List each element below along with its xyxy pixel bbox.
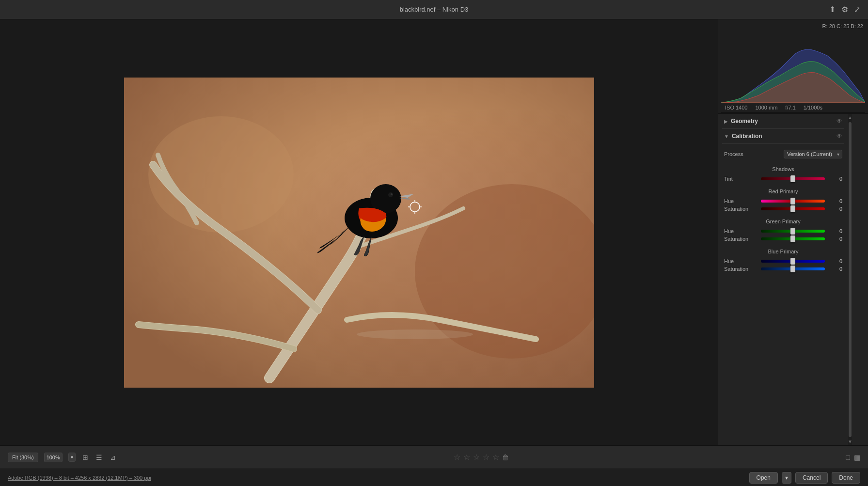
panel-scroll[interactable]: ▶ Geometry 👁 ▼ Calibration 👁 — [718, 114, 848, 445]
histogram-area: R: 28 C: 25 B: 22 ISO 1400 1000 mm f/7.1… — [718, 19, 868, 114]
star-5[interactable]: ☆ — [492, 453, 499, 462]
svg-point-13 — [357, 329, 473, 339]
zoom-100-button[interactable]: 100% — [44, 453, 63, 462]
filter-icon[interactable]: ⊿ — [109, 453, 117, 462]
calibration-body: Process Version 6 (Current) Shadows — [722, 144, 844, 281]
shutter-value: 1/1000s — [804, 105, 822, 110]
process-row: Process Version 6 (Current) — [722, 147, 844, 161]
shadows-title: Shadows — [722, 165, 844, 173]
right-panel-main: ▶ Geometry 👁 ▼ Calibration 👁 — [718, 114, 848, 445]
geometry-chevron: ▶ — [724, 119, 728, 124]
blue-primary-title: Blue Primary — [722, 248, 844, 255]
star-2[interactable]: ☆ — [463, 453, 470, 462]
blue-primary-group: Blue Primary Hue 0 — [722, 248, 844, 272]
red-hue-label: Hue — [724, 198, 758, 204]
green-hue-track[interactable] — [761, 230, 825, 233]
green-sat-row: Saturation 0 — [722, 236, 844, 242]
histogram-stats: R: 28 C: 25 B: 22 — [721, 22, 865, 30]
aperture-value: f/7.1 — [785, 105, 795, 110]
red-primary-group: Red Primary Hue 0 — [722, 188, 844, 212]
green-hue-thumb[interactable] — [790, 228, 795, 235]
grid-view-icon[interactable]: ⊞ — [81, 453, 89, 462]
scroll-thumb[interactable] — [849, 122, 852, 437]
title-bar: blackbird.nef – Nikon D3 ⬆ ⚙ ⤢ — [0, 0, 868, 19]
green-hue-value: 0 — [828, 228, 842, 234]
bottom-toolbar: Fit (30%) 100% ▾ ⊞ ☰ ⊿ ☆ ☆ ☆ ☆ ☆ 🗑 □ ▥ — [0, 445, 868, 469]
expand-icon[interactable]: ⤢ — [854, 5, 860, 14]
red-sat-thumb[interactable] — [790, 205, 795, 212]
green-primary-group: Green Primary Hue 0 — [722, 218, 844, 242]
star-4[interactable]: ☆ — [483, 453, 489, 462]
blue-hue-value: 0 — [828, 258, 842, 264]
open-button[interactable]: Open — [749, 472, 778, 484]
delete-icon[interactable]: 🗑 — [502, 454, 509, 461]
action-buttons: Open ▾ Cancel Done — [749, 472, 860, 484]
bird-photo — [124, 78, 594, 388]
status-text: Adobe RGB (1998) – 8 bit – 4256 x 2832 (… — [8, 475, 151, 481]
scroll-down-arrow[interactable]: ▼ — [848, 439, 852, 444]
focal-value: 1000 mm — [755, 105, 777, 110]
star-1[interactable]: ☆ — [454, 453, 460, 462]
svg-point-7 — [391, 193, 393, 195]
calibration-eye-icon[interactable]: 👁 — [836, 133, 842, 140]
split-view-icon[interactable]: ▥ — [854, 454, 860, 461]
stars-area: ☆ ☆ ☆ ☆ ☆ 🗑 — [123, 453, 840, 462]
blue-sat-row: Saturation 0 — [722, 266, 844, 272]
process-select-wrap: Version 6 (Current) — [784, 150, 842, 158]
calibration-header-left: ▼ Calibration — [724, 133, 762, 140]
blue-sat-track[interactable] — [761, 267, 825, 270]
tint-track-wrap — [761, 177, 825, 180]
main-content: R: 28 C: 25 B: 22 ISO 1400 1000 mm f/7.1… — [0, 19, 868, 445]
tint-label: Tint — [724, 176, 758, 182]
green-sat-label: Saturation — [724, 236, 758, 242]
blue-hue-track-wrap — [761, 260, 825, 263]
tint-row: Tint 0 — [722, 176, 844, 182]
zoom-dropdown-button[interactable]: ▾ — [68, 453, 76, 462]
camera-info: ISO 1400 1000 mm f/7.1 1/1000s — [721, 103, 865, 113]
blue-sat-label: Saturation — [724, 266, 758, 272]
geometry-section-header[interactable]: ▶ Geometry 👁 — [722, 114, 844, 129]
histogram-canvas — [721, 30, 865, 103]
red-primary-title: Red Primary — [722, 188, 844, 195]
list-view-icon[interactable]: ☰ — [95, 453, 103, 462]
scroll-up-arrow[interactable]: ▲ — [848, 115, 852, 120]
calibration-chevron: ▼ — [724, 134, 729, 139]
export-icon[interactable]: ⬆ — [829, 5, 836, 14]
process-label: Process — [724, 151, 743, 157]
red-hue-thumb[interactable] — [790, 198, 795, 204]
shadows-group: Shadows Tint 0 — [722, 165, 844, 182]
red-sat-track-wrap — [761, 207, 825, 210]
blue-hue-track[interactable] — [761, 260, 825, 263]
tint-thumb[interactable] — [790, 175, 795, 182]
red-hue-track[interactable] — [761, 200, 825, 203]
green-sat-thumb[interactable] — [790, 235, 795, 242]
red-hue-track-wrap — [761, 200, 825, 203]
red-sat-value: 0 — [828, 206, 842, 212]
tint-track[interactable] — [761, 177, 825, 180]
red-sat-track[interactable] — [761, 207, 825, 210]
open-dropdown-button[interactable]: ▾ — [782, 472, 791, 484]
calibration-section-header[interactable]: ▼ Calibration 👁 — [722, 129, 844, 144]
single-view-icon[interactable]: □ — [846, 454, 850, 461]
star-3[interactable]: ☆ — [473, 453, 480, 462]
green-hue-label: Hue — [724, 228, 758, 234]
blue-sat-track-wrap — [761, 267, 825, 270]
blue-hue-label: Hue — [724, 258, 758, 264]
blue-hue-thumb[interactable] — [790, 258, 795, 265]
green-sat-track-wrap — [761, 237, 825, 240]
geometry-eye-icon[interactable]: 👁 — [836, 118, 842, 125]
panel-scrollbar[interactable]: ▲ ▼ — [848, 114, 852, 445]
window-title: blackbird.nef – Nikon D3 — [400, 6, 469, 13]
status-bar: Adobe RGB (1998) – 8 bit – 4256 x 2832 (… — [0, 469, 868, 486]
blue-hue-row: Hue 0 — [722, 258, 844, 264]
cancel-button[interactable]: Cancel — [795, 472, 828, 484]
settings-icon[interactable]: ⚙ — [841, 5, 848, 14]
zoom-fit-button[interactable]: Fit (30%) — [8, 453, 38, 462]
done-button[interactable]: Done — [832, 472, 860, 484]
process-select[interactable]: Version 6 (Current) — [784, 150, 842, 158]
green-sat-track[interactable] — [761, 237, 825, 240]
image-container — [124, 78, 594, 388]
svg-point-2 — [148, 116, 294, 233]
blue-sat-thumb[interactable] — [790, 266, 795, 272]
green-hue-track-wrap — [761, 230, 825, 233]
